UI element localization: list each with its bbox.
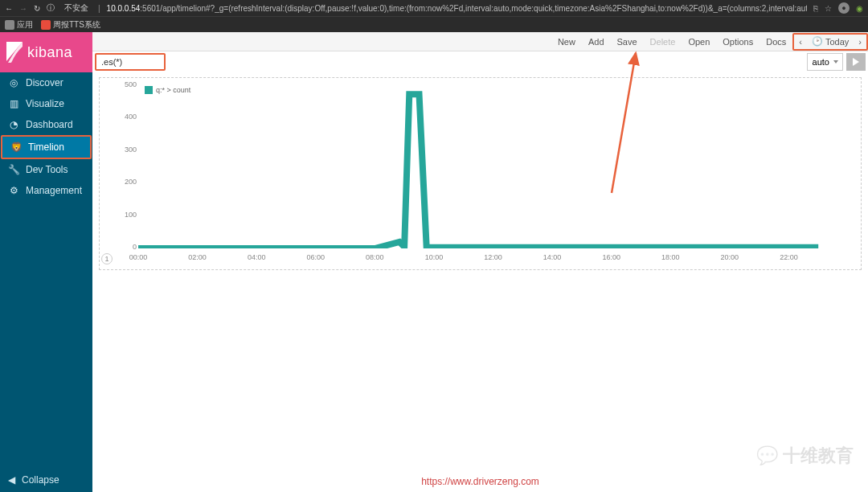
open-button[interactable]: Open bbox=[682, 32, 716, 51]
main-content: New Add Save Delete Open Options Docs ‹ … bbox=[92, 32, 868, 492]
chart-line bbox=[138, 84, 848, 248]
chart-panel[interactable]: q:* > count 1 010020030040050000:0002:00… bbox=[99, 77, 862, 270]
insecure-label: 不安全 bbox=[61, 2, 92, 14]
expression-input[interactable] bbox=[95, 53, 166, 71]
expression-row: auto bbox=[92, 51, 868, 72]
sidebar-item-label: Dashboard bbox=[26, 119, 73, 130]
translate-icon[interactable]: ⎘ bbox=[813, 4, 818, 13]
interval-select[interactable]: auto bbox=[807, 53, 843, 71]
info-icon[interactable]: ⓘ bbox=[47, 2, 55, 14]
sidebar-item-visualize[interactable]: ▥Visualize bbox=[0, 93, 92, 114]
time-label: Today bbox=[825, 37, 849, 47]
sidebar-item-label: Visualize bbox=[26, 98, 64, 109]
collapse-icon: ◀ bbox=[8, 474, 15, 486]
page-number[interactable]: 1 bbox=[101, 253, 113, 264]
watermark: 💬十维教育 bbox=[756, 444, 854, 468]
url-display[interactable]: 10.0.0.54:5601/app/timelion#?_g=(refresh… bbox=[107, 4, 807, 13]
sidebar-item-devtools[interactable]: 🔧Dev Tools bbox=[0, 159, 92, 180]
sidebar-item-dashboard[interactable]: ◔Dashboard bbox=[0, 114, 92, 135]
browser-address-bar: ← → ↻ ⓘ 不安全 | 10.0.0.54:5601/app/timelio… bbox=[0, 0, 868, 16]
collapse-button[interactable]: ◀Collapse bbox=[0, 468, 92, 492]
play-icon bbox=[852, 58, 860, 66]
sidebar-item-discover[interactable]: ◎Discover bbox=[0, 72, 92, 93]
sidebar-item-label: Management bbox=[26, 185, 82, 196]
bookmark-item[interactable]: 周报TTS系统 bbox=[41, 19, 100, 31]
sidebar-item-timelion[interactable]: 🦁Timelion bbox=[1, 135, 92, 159]
kibana-logo[interactable]: kibana bbox=[0, 32, 92, 72]
add-button[interactable]: Add bbox=[582, 32, 611, 51]
compass-icon: ◎ bbox=[8, 77, 19, 88]
save-button[interactable]: Save bbox=[611, 32, 644, 51]
delete-button: Delete bbox=[644, 32, 682, 51]
sidebar-item-label: Timelion bbox=[28, 141, 64, 153]
sidebar-item-label: Dev Tools bbox=[26, 164, 68, 175]
star-icon[interactable]: ☆ bbox=[825, 4, 832, 13]
reload-icon[interactable]: ↻ bbox=[34, 4, 40, 13]
time-prev-icon[interactable]: ‹ bbox=[794, 37, 807, 47]
gauge-icon: ◔ bbox=[8, 119, 19, 130]
bar-chart-icon: ▥ bbox=[8, 98, 19, 109]
footer-link[interactable]: https://www.driverzeng.com bbox=[421, 476, 539, 487]
sidebar-item-management[interactable]: ⚙Management bbox=[0, 180, 92, 201]
apps-icon bbox=[5, 20, 14, 30]
sidebar-item-label: Discover bbox=[26, 77, 63, 88]
bookmark-icon bbox=[41, 20, 51, 30]
sidebar: kibana ◎Discover ▥Visualize ◔Dashboard 🦁… bbox=[0, 32, 92, 492]
top-toolbar: New Add Save Delete Open Options Docs ‹ … bbox=[92, 32, 868, 51]
collapse-label: Collapse bbox=[22, 474, 59, 486]
time-next-icon[interactable]: › bbox=[854, 37, 866, 47]
bookmark-bar: 应用 周报TTS系统 bbox=[0, 16, 868, 32]
play-button[interactable] bbox=[846, 53, 866, 71]
extension-icon[interactable]: ◉ bbox=[856, 4, 863, 13]
time-picker[interactable]: ‹ 🕑Today › bbox=[792, 33, 868, 51]
new-button[interactable]: New bbox=[551, 32, 582, 51]
options-button[interactable]: Options bbox=[716, 32, 760, 51]
wrench-icon: 🔧 bbox=[8, 164, 19, 175]
profile-icon[interactable]: ● bbox=[838, 2, 850, 14]
wechat-icon: 💬 bbox=[756, 445, 778, 466]
clock-icon: 🕑 bbox=[812, 36, 823, 47]
apps-button[interactable]: 应用 bbox=[5, 19, 33, 31]
back-icon[interactable]: ← bbox=[5, 4, 13, 13]
timelion-icon: 🦁 bbox=[10, 141, 22, 153]
kibana-logo-icon bbox=[6, 42, 24, 63]
logo-text: kibana bbox=[27, 44, 72, 61]
chart-plot-area bbox=[138, 84, 848, 248]
docs-button[interactable]: Docs bbox=[760, 32, 792, 51]
forward-icon[interactable]: → bbox=[19, 4, 27, 13]
gear-icon: ⚙ bbox=[8, 185, 19, 196]
